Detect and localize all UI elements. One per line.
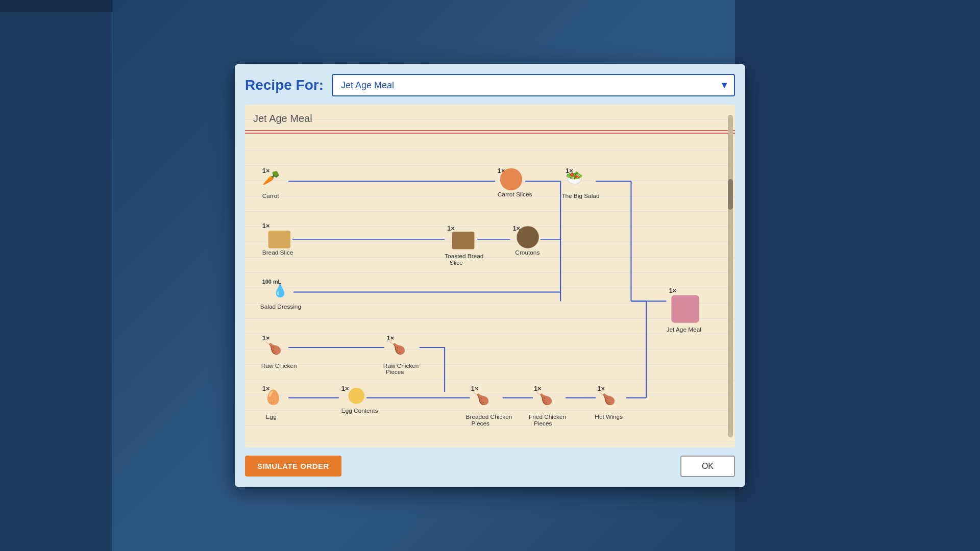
- icon-croutons: [517, 226, 538, 248]
- recipe-diagram: 1× 🥕 Carrot 1× Carrot Slices 1× 🥗 The Bi…: [253, 155, 727, 437]
- svg-text:🍗: 🍗: [388, 338, 406, 355]
- ok-button[interactable]: OK: [680, 456, 735, 477]
- recipe-dropdown[interactable]: Jet Age Meal: [332, 74, 735, 96]
- svg-text:🥗: 🥗: [566, 169, 583, 186]
- label-eggcontents: Egg Contents: [341, 408, 378, 415]
- svg-text:🥚: 🥚: [264, 389, 282, 406]
- scrollbar-thumb[interactable]: [728, 179, 733, 210]
- recipe-card: Jet Age Meal 1× 🥕 Carrot 1× Carrot Slice…: [245, 105, 735, 447]
- icon-jetage: [671, 295, 699, 323]
- label-carrotslices: Carrot Slices: [498, 191, 532, 198]
- icon-breadslice: [268, 231, 290, 248]
- recipe-card-title: Jet Age Meal: [253, 113, 727, 124]
- qty-toastedbread: 1×: [447, 224, 455, 232]
- label-jetage: Jet Age Meal: [667, 326, 701, 333]
- icon-eggcontents: [349, 388, 365, 404]
- svg-text:Pieces: Pieces: [471, 420, 489, 427]
- svg-text:🍗: 🍗: [264, 338, 282, 355]
- decorative-lines: [245, 130, 735, 132]
- icon-carrotslices: [500, 168, 522, 190]
- label-bigsalad: The Big Salad: [561, 192, 599, 199]
- qty-saladdressing: 100 mL: [262, 279, 282, 285]
- label-saladdressing: Salad Dressing: [260, 303, 301, 310]
- icon-toastedbread: [452, 232, 474, 249]
- svg-text:🍗: 🍗: [535, 389, 553, 406]
- dialog-overlay: Recipe For: Jet Age Meal ▼ Jet Age Meal …: [0, 0, 980, 551]
- label-egg: Egg: [266, 413, 277, 420]
- label-toastedbread2: Slice: [450, 259, 463, 266]
- dialog-title: Recipe For:: [245, 77, 324, 93]
- scrollbar[interactable]: [728, 115, 733, 437]
- svg-text:🍗: 🍗: [472, 389, 490, 406]
- label-croutons: Croutons: [515, 249, 540, 257]
- svg-text:🍗: 🍗: [598, 389, 616, 406]
- qty-breadslice: 1×: [262, 222, 270, 230]
- svg-text:Pieces: Pieces: [534, 420, 552, 427]
- label-rawchicken: Raw Chicken: [261, 362, 297, 369]
- svg-text:Pieces: Pieces: [386, 369, 404, 376]
- label-carrot: Carrot: [262, 192, 280, 199]
- qty-eggcontents: 1×: [341, 385, 349, 392]
- svg-text:🥕: 🥕: [262, 169, 280, 186]
- dropdown-container: Jet Age Meal ▼: [332, 74, 735, 96]
- dialog-footer: SIMULATE ORDER OK: [245, 456, 735, 477]
- recipe-dialog: Recipe For: Jet Age Meal ▼ Jet Age Meal …: [235, 64, 745, 487]
- label-hotwings: Hot Wings: [595, 413, 623, 420]
- qty-jetage: 1×: [669, 287, 676, 294]
- svg-text:💧: 💧: [273, 284, 288, 298]
- label-breadslice: Bread Slice: [262, 249, 293, 257]
- dialog-header: Recipe For: Jet Age Meal ▼: [245, 74, 735, 96]
- simulate-order-button[interactable]: SIMULATE ORDER: [245, 456, 341, 477]
